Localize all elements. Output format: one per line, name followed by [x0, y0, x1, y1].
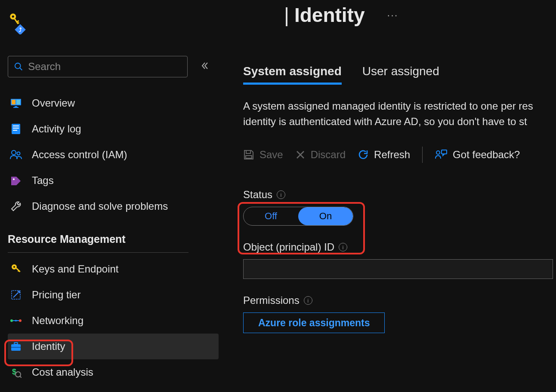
- svg-point-7: [15, 63, 21, 69]
- status-toggle[interactable]: Off On: [243, 207, 353, 226]
- svg-rect-11: [16, 100, 20, 104]
- sidebar-item-access-control[interactable]: Access control (IAM): [8, 142, 219, 168]
- section-header-resource-management: Resource Management: [8, 230, 219, 248]
- svg-rect-15: [13, 126, 19, 126]
- svg-point-28: [15, 320, 17, 322]
- sidebar-item-label: Overview: [32, 97, 75, 109]
- tabs: System assigned User assigned: [243, 64, 556, 85]
- sidebar-item-cost-analysis[interactable]: $ Cost analysis: [8, 359, 219, 385]
- info-icon[interactable]: i: [339, 243, 347, 251]
- status-toggle-off[interactable]: Off: [244, 207, 298, 225]
- feedback-button[interactable]: Got feedback?: [435, 149, 520, 161]
- save-icon: [243, 149, 254, 160]
- main-content: System assigned User assigned A system a…: [243, 64, 556, 333]
- svg-line-8: [20, 68, 22, 70]
- svg-rect-12: [15, 106, 17, 107]
- identity-description: A system assigned managed identity is re…: [243, 98, 556, 129]
- status-label: Status: [243, 189, 272, 201]
- azure-role-assignments-button[interactable]: Azure role assignments: [243, 312, 385, 333]
- search-icon: [14, 62, 23, 71]
- feedback-icon: [435, 149, 448, 160]
- sidebar-item-tags[interactable]: Tags: [8, 168, 219, 193]
- title-separator: |: [284, 3, 289, 27]
- svg-rect-17: [13, 130, 17, 131]
- svg-point-20: [13, 178, 15, 180]
- sidebar-item-diagnose[interactable]: Diagnose and solve problems: [8, 193, 219, 219]
- object-id-label: Object (principal) ID: [243, 241, 334, 253]
- svg-text:⤴: ⤴: [19, 27, 22, 33]
- refresh-icon: [358, 149, 369, 160]
- sidebar-item-overview[interactable]: Overview: [8, 90, 219, 116]
- tab-system-assigned[interactable]: System assigned: [243, 64, 342, 85]
- people-icon: [9, 150, 22, 159]
- more-actions-button[interactable]: ···: [387, 9, 398, 21]
- close-icon: [295, 150, 306, 160]
- svg-point-22: [13, 266, 15, 268]
- permissions-label: Permissions: [243, 294, 300, 306]
- info-icon[interactable]: i: [277, 190, 285, 199]
- save-button[interactable]: Save: [243, 149, 283, 161]
- sidebar-item-label: Cost analysis: [32, 366, 93, 378]
- sidebar-item-label: Networking: [32, 315, 83, 327]
- svg-point-35: [436, 151, 440, 154]
- sidebar-item-identity[interactable]: Identity: [8, 334, 219, 359]
- sidebar-item-keys-endpoint[interactable]: Keys and Endpoint: [8, 256, 219, 282]
- svg-rect-13: [13, 107, 19, 108]
- svg-rect-10: [12, 100, 15, 104]
- sidebar-item-networking[interactable]: Networking: [8, 308, 219, 334]
- resource-type-icon: ⤴: [9, 12, 28, 36]
- tab-user-assigned[interactable]: User assigned: [362, 64, 439, 85]
- sidebar-item-label: Keys and Endpoint: [32, 263, 118, 275]
- svg-rect-14: [12, 124, 20, 134]
- toolbar-divider: [422, 147, 423, 163]
- network-icon: [9, 317, 22, 325]
- page-title: Identity: [294, 3, 365, 27]
- discard-button[interactable]: Discard: [295, 149, 346, 161]
- refresh-button[interactable]: Refresh: [358, 149, 410, 161]
- wrench-icon: [9, 201, 22, 212]
- svg-rect-16: [13, 128, 19, 129]
- svg-rect-31: [11, 347, 21, 348]
- sidebar-item-label: Activity log: [32, 123, 81, 135]
- object-id-field[interactable]: [243, 259, 553, 279]
- sidebar-item-label: Diagnose and solve problems: [32, 200, 168, 212]
- svg-line-34: [20, 376, 22, 378]
- tag-icon: [9, 176, 22, 185]
- svg-rect-36: [442, 150, 447, 154]
- sidebar-item-label: Tags: [32, 175, 54, 187]
- collapse-sidebar-button[interactable]: [201, 61, 209, 72]
- sidebar-item-label: Identity: [32, 340, 65, 352]
- sidebar-item-activity-log[interactable]: Activity log: [8, 116, 219, 142]
- svg-point-18: [12, 150, 16, 155]
- svg-rect-30: [14, 343, 18, 344]
- cost-icon: $: [9, 367, 22, 378]
- section-divider: [8, 252, 188, 253]
- sidebar-item-label: Access control (IAM): [32, 149, 127, 161]
- monitor-icon: [9, 98, 22, 108]
- sidebar: Overview Activity log Access control (IA…: [8, 56, 219, 385]
- search-input[interactable]: [28, 61, 181, 73]
- briefcase-icon: [9, 342, 22, 351]
- svg-point-19: [17, 152, 20, 155]
- toolbar: Save Discard Refresh Got feedback?: [243, 147, 556, 163]
- search-input-wrapper[interactable]: [8, 56, 188, 77]
- svg-point-26: [10, 319, 13, 322]
- document-icon: [9, 123, 22, 135]
- sidebar-item-label: Pricing tier: [32, 289, 80, 301]
- sidebar-item-pricing-tier[interactable]: Pricing tier: [8, 282, 219, 308]
- svg-point-27: [19, 319, 22, 322]
- pricing-icon: [9, 290, 22, 300]
- key-icon: [9, 263, 22, 275]
- info-icon[interactable]: i: [304, 296, 312, 305]
- status-toggle-on[interactable]: On: [298, 207, 353, 225]
